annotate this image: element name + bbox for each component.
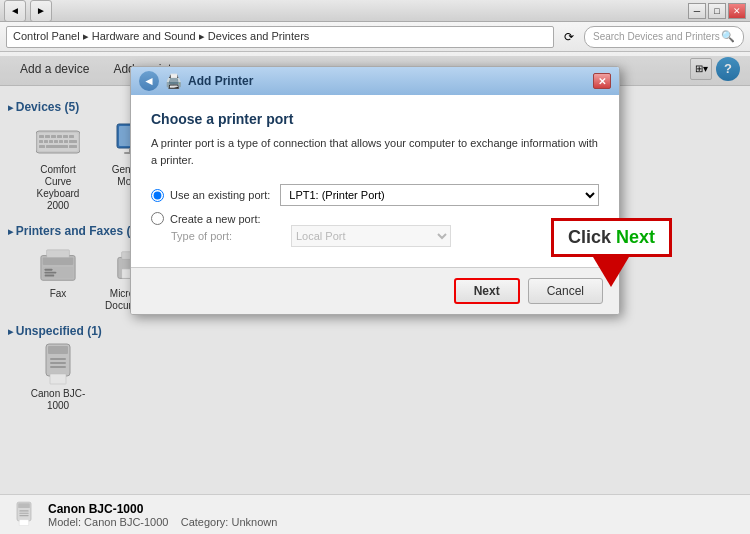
use-existing-option[interactable]: Use an existing port: LPT1: (Printer Por…	[151, 184, 599, 206]
forward-button[interactable]: ►	[30, 0, 52, 22]
address-path[interactable]: Control Panel ▸ Hardware and Sound ▸ Dev…	[6, 26, 554, 48]
dialog-back-icon[interactable]: ◄	[139, 71, 159, 91]
status-details: Model: Canon BJC-1000 Category: Unknown	[48, 516, 277, 528]
maximize-button[interactable]: □	[708, 3, 726, 19]
dialog-description: A printer port is a type of connection t…	[151, 135, 599, 168]
port-type-select: Local Port	[291, 225, 451, 247]
dialog-footer: Next Cancel	[131, 267, 619, 314]
search-placeholder: Search Devices and Printers	[593, 31, 720, 42]
dialog-titlebar: ◄ 🖨️ Add Printer ✕	[131, 67, 619, 95]
svg-rect-42	[19, 510, 28, 511]
dialog-heading: Choose a printer port	[151, 111, 599, 127]
use-existing-label: Use an existing port:	[170, 189, 270, 201]
window-controls: ─ □ ✕	[688, 3, 746, 19]
use-existing-radio[interactable]	[151, 189, 164, 202]
status-bar: Canon BJC-1000 Model: Canon BJC-1000 Cat…	[0, 494, 750, 534]
svg-rect-45	[19, 519, 28, 525]
title-bar-left: ◄ ►	[4, 0, 52, 22]
address-text: Control Panel ▸ Hardware and Sound ▸ Dev…	[13, 30, 309, 43]
dialog-printer-icon: 🖨️	[165, 73, 182, 89]
callout-annotation: Click Next	[551, 218, 672, 287]
dialog-body: Choose a printer port A printer port is …	[131, 95, 619, 267]
status-device-icon	[10, 501, 38, 529]
create-new-label: Create a new port:	[170, 213, 261, 225]
svg-rect-41	[18, 503, 30, 508]
refresh-button[interactable]: ⟳	[558, 26, 580, 48]
search-box[interactable]: Search Devices and Printers 🔍	[584, 26, 744, 48]
callout-click-text: Click	[568, 227, 611, 247]
status-info: Canon BJC-1000 Model: Canon BJC-1000 Cat…	[48, 502, 277, 528]
existing-port-select[interactable]: LPT1: (Printer Port)	[280, 184, 599, 206]
create-new-radio[interactable]	[151, 212, 164, 225]
back-button[interactable]: ◄	[4, 0, 26, 22]
svg-rect-43	[19, 512, 28, 513]
create-new-option[interactable]: Create a new port:	[151, 212, 599, 225]
dialog-titlebar-left: ◄ 🖨️ Add Printer	[139, 71, 253, 91]
title-bar: ◄ ► ─ □ ✕	[0, 0, 750, 22]
model-label: Model:	[48, 516, 84, 528]
model-value: Canon BJC-1000	[84, 516, 168, 528]
next-button[interactable]: Next	[454, 278, 520, 304]
callout-arrow	[593, 257, 629, 287]
dialog-title: Add Printer	[188, 74, 253, 88]
add-printer-dialog: ◄ 🖨️ Add Printer ✕ Choose a printer port…	[130, 66, 620, 315]
status-device-name: Canon BJC-1000	[48, 502, 277, 516]
svg-rect-44	[19, 515, 28, 516]
address-bar: Control Panel ▸ Hardware and Sound ▸ Dev…	[0, 22, 750, 52]
port-type-row: Type of port: Local Port	[171, 225, 599, 247]
search-icon: 🔍	[721, 30, 735, 43]
callout-next-text: Next	[611, 227, 655, 247]
port-type-label: Type of port:	[171, 230, 291, 242]
category-value: Unknown	[231, 516, 277, 528]
close-button[interactable]: ✕	[728, 3, 746, 19]
dialog-close-button[interactable]: ✕	[593, 73, 611, 89]
category-label: Category:	[181, 516, 232, 528]
minimize-button[interactable]: ─	[688, 3, 706, 19]
callout-box: Click Next	[551, 218, 672, 257]
